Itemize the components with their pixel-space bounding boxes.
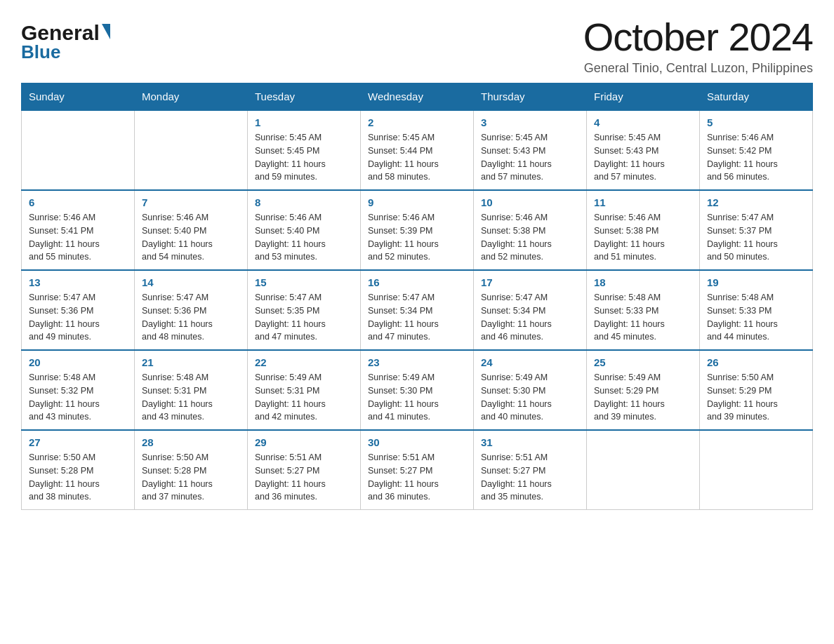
day-info: Sunrise: 5:51 AM Sunset: 5:27 PM Dayligh… [368, 451, 466, 504]
day-info: Sunrise: 5:47 AM Sunset: 5:34 PM Dayligh… [368, 291, 466, 344]
page-wrapper: General Blue October 2024 General Tinio,… [21, 14, 813, 510]
calendar-header-tuesday: Tuesday [248, 83, 361, 111]
day-number: 23 [368, 356, 466, 368]
day-info: Sunrise: 5:45 AM Sunset: 5:43 PM Dayligh… [481, 131, 579, 184]
calendar-cell: 11Sunrise: 5:46 AM Sunset: 5:38 PM Dayli… [587, 190, 700, 270]
calendar-cell: 10Sunrise: 5:46 AM Sunset: 5:38 PM Dayli… [474, 190, 587, 270]
day-info: Sunrise: 5:45 AM Sunset: 5:44 PM Dayligh… [368, 131, 466, 184]
calendar-week-3: 13Sunrise: 5:47 AM Sunset: 5:36 PM Dayli… [22, 270, 813, 350]
day-number: 31 [481, 436, 579, 448]
calendar-week-1: 1Sunrise: 5:45 AM Sunset: 5:45 PM Daylig… [22, 110, 813, 190]
day-info: Sunrise: 5:45 AM Sunset: 5:43 PM Dayligh… [594, 131, 692, 184]
calendar-cell: 24Sunrise: 5:49 AM Sunset: 5:30 PM Dayli… [474, 350, 587, 430]
day-info: Sunrise: 5:50 AM Sunset: 5:29 PM Dayligh… [707, 371, 805, 424]
logo-blue-text: Blue [21, 41, 60, 63]
calendar-cell: 29Sunrise: 5:51 AM Sunset: 5:27 PM Dayli… [248, 430, 361, 510]
calendar-cell: 28Sunrise: 5:50 AM Sunset: 5:28 PM Dayli… [135, 430, 248, 510]
day-info: Sunrise: 5:47 AM Sunset: 5:35 PM Dayligh… [255, 291, 353, 344]
day-number: 28 [142, 436, 240, 448]
calendar-cell: 20Sunrise: 5:48 AM Sunset: 5:32 PM Dayli… [22, 350, 135, 430]
day-number: 12 [707, 196, 805, 208]
day-number: 30 [368, 436, 466, 448]
day-number: 5 [707, 116, 805, 128]
calendar-cell: 13Sunrise: 5:47 AM Sunset: 5:36 PM Dayli… [22, 270, 135, 350]
logo-triangle-icon [102, 24, 110, 39]
day-info: Sunrise: 5:46 AM Sunset: 5:41 PM Dayligh… [29, 211, 127, 264]
day-number: 1 [255, 116, 353, 128]
day-info: Sunrise: 5:49 AM Sunset: 5:31 PM Dayligh… [255, 371, 353, 424]
day-number: 15 [255, 276, 353, 288]
day-number: 14 [142, 276, 240, 288]
day-info: Sunrise: 5:46 AM Sunset: 5:38 PM Dayligh… [594, 211, 692, 264]
day-number: 17 [481, 276, 579, 288]
calendar-cell: 25Sunrise: 5:49 AM Sunset: 5:29 PM Dayli… [587, 350, 700, 430]
calendar-cell: 22Sunrise: 5:49 AM Sunset: 5:31 PM Dayli… [248, 350, 361, 430]
calendar-cell: 21Sunrise: 5:48 AM Sunset: 5:31 PM Dayli… [135, 350, 248, 430]
day-info: Sunrise: 5:46 AM Sunset: 5:38 PM Dayligh… [481, 211, 579, 264]
day-info: Sunrise: 5:46 AM Sunset: 5:40 PM Dayligh… [142, 211, 240, 264]
calendar-cell: 2Sunrise: 5:45 AM Sunset: 5:44 PM Daylig… [361, 110, 474, 190]
calendar-cell: 27Sunrise: 5:50 AM Sunset: 5:28 PM Dayli… [22, 430, 135, 510]
day-number: 20 [29, 356, 127, 368]
calendar-cell: 18Sunrise: 5:48 AM Sunset: 5:33 PM Dayli… [587, 270, 700, 350]
calendar-cell: 6Sunrise: 5:46 AM Sunset: 5:41 PM Daylig… [22, 190, 135, 270]
calendar-cell: 19Sunrise: 5:48 AM Sunset: 5:33 PM Dayli… [700, 270, 813, 350]
location-subtitle: General Tinio, Central Luzon, Philippine… [583, 61, 813, 76]
day-info: Sunrise: 5:45 AM Sunset: 5:45 PM Dayligh… [255, 131, 353, 184]
day-number: 24 [481, 356, 579, 368]
day-info: Sunrise: 5:47 AM Sunset: 5:34 PM Dayligh… [481, 291, 579, 344]
calendar-cell [22, 110, 135, 190]
day-info: Sunrise: 5:46 AM Sunset: 5:40 PM Dayligh… [255, 211, 353, 264]
calendar-table: SundayMondayTuesdayWednesdayThursdayFrid… [21, 83, 813, 510]
calendar-header-thursday: Thursday [474, 83, 587, 111]
calendar-cell: 31Sunrise: 5:51 AM Sunset: 5:27 PM Dayli… [474, 430, 587, 510]
day-number: 11 [594, 196, 692, 208]
day-info: Sunrise: 5:47 AM Sunset: 5:36 PM Dayligh… [29, 291, 127, 344]
calendar-cell: 17Sunrise: 5:47 AM Sunset: 5:34 PM Dayli… [474, 270, 587, 350]
calendar-header-saturday: Saturday [700, 83, 813, 111]
day-number: 2 [368, 116, 466, 128]
day-info: Sunrise: 5:46 AM Sunset: 5:42 PM Dayligh… [707, 131, 805, 184]
day-info: Sunrise: 5:50 AM Sunset: 5:28 PM Dayligh… [142, 451, 240, 504]
day-number: 26 [707, 356, 805, 368]
calendar-cell: 23Sunrise: 5:49 AM Sunset: 5:30 PM Dayli… [361, 350, 474, 430]
calendar-cell: 16Sunrise: 5:47 AM Sunset: 5:34 PM Dayli… [361, 270, 474, 350]
day-number: 4 [594, 116, 692, 128]
day-number: 19 [707, 276, 805, 288]
day-number: 10 [481, 196, 579, 208]
day-number: 16 [368, 276, 466, 288]
day-number: 29 [255, 436, 353, 448]
calendar-week-4: 20Sunrise: 5:48 AM Sunset: 5:32 PM Dayli… [22, 350, 813, 430]
title-area: October 2024 General Tinio, Central Luzo… [583, 14, 813, 76]
day-number: 3 [481, 116, 579, 128]
calendar-cell [700, 430, 813, 510]
day-info: Sunrise: 5:51 AM Sunset: 5:27 PM Dayligh… [481, 451, 579, 504]
calendar-header-sunday: Sunday [22, 83, 135, 111]
day-info: Sunrise: 5:49 AM Sunset: 5:30 PM Dayligh… [368, 371, 466, 424]
logo: General Blue [21, 21, 110, 63]
day-number: 22 [255, 356, 353, 368]
day-number: 18 [594, 276, 692, 288]
day-number: 8 [255, 196, 353, 208]
calendar-cell: 12Sunrise: 5:47 AM Sunset: 5:37 PM Dayli… [700, 190, 813, 270]
calendar-cell: 30Sunrise: 5:51 AM Sunset: 5:27 PM Dayli… [361, 430, 474, 510]
calendar-cell: 3Sunrise: 5:45 AM Sunset: 5:43 PM Daylig… [474, 110, 587, 190]
calendar-cell: 4Sunrise: 5:45 AM Sunset: 5:43 PM Daylig… [587, 110, 700, 190]
day-number: 7 [142, 196, 240, 208]
day-number: 13 [29, 276, 127, 288]
calendar-cell: 1Sunrise: 5:45 AM Sunset: 5:45 PM Daylig… [248, 110, 361, 190]
day-info: Sunrise: 5:46 AM Sunset: 5:39 PM Dayligh… [368, 211, 466, 264]
header-area: General Blue October 2024 General Tinio,… [21, 14, 813, 76]
calendar-cell [587, 430, 700, 510]
calendar-header-monday: Monday [135, 83, 248, 111]
day-info: Sunrise: 5:51 AM Sunset: 5:27 PM Dayligh… [255, 451, 353, 504]
day-info: Sunrise: 5:48 AM Sunset: 5:33 PM Dayligh… [594, 291, 692, 344]
calendar-cell: 26Sunrise: 5:50 AM Sunset: 5:29 PM Dayli… [700, 350, 813, 430]
calendar-week-5: 27Sunrise: 5:50 AM Sunset: 5:28 PM Dayli… [22, 430, 813, 510]
calendar-header-friday: Friday [587, 83, 700, 111]
calendar-header-wednesday: Wednesday [361, 83, 474, 111]
calendar-cell: 8Sunrise: 5:46 AM Sunset: 5:40 PM Daylig… [248, 190, 361, 270]
day-number: 21 [142, 356, 240, 368]
day-info: Sunrise: 5:48 AM Sunset: 5:32 PM Dayligh… [29, 371, 127, 424]
calendar-cell: 14Sunrise: 5:47 AM Sunset: 5:36 PM Dayli… [135, 270, 248, 350]
